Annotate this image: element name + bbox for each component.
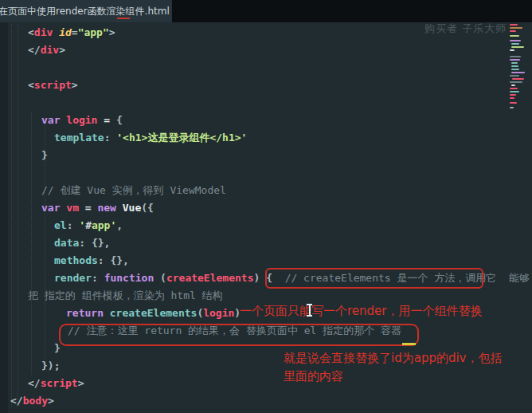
minimap-bar xyxy=(511,46,524,48)
code-token: login xyxy=(203,307,234,319)
minimap-bar xyxy=(511,72,525,73)
code-token: # xyxy=(85,219,92,231)
code-token: '<h1>这是登录组件</h1>' xyxy=(116,132,247,144)
code-line xyxy=(0,59,510,77)
code-line: <script> xyxy=(0,77,510,94)
code-token: methods xyxy=(54,254,98,266)
code-token xyxy=(79,202,85,214)
code-token xyxy=(110,114,116,126)
code-token: > xyxy=(78,377,84,389)
minimap-bar xyxy=(510,49,514,51)
tab-bar: 在页面中使用render函数渲染组件.html × xyxy=(0,0,532,22)
tab-file[interactable]: 在页面中使用render函数渲染组件.html × xyxy=(0,0,172,22)
code-token: createElements xyxy=(110,307,198,319)
minimap-bar xyxy=(510,35,519,37)
code-token: , xyxy=(116,219,123,231)
code-token: ( xyxy=(160,272,166,284)
code-token xyxy=(154,272,160,284)
minimap-bar xyxy=(510,91,519,92)
annotation-box-return-comment xyxy=(59,324,419,346)
code-token: } xyxy=(41,149,48,161)
code-line: </div> xyxy=(0,41,510,59)
yellow-highlight-mark xyxy=(402,343,416,345)
minimap-bar xyxy=(510,107,514,108)
minimap-bar xyxy=(511,85,515,86)
minimap-bar xyxy=(511,43,519,45)
code-token: id xyxy=(59,26,72,38)
code-line: template: '<h1>这是登录组件</h1>' xyxy=(0,129,510,147)
code-token: = xyxy=(72,26,78,38)
text-cursor-icon xyxy=(306,304,313,317)
code-token: < xyxy=(28,26,34,38)
code-token: : xyxy=(79,237,85,249)
code-token: // 创建 Vue 实例，得到 ViewModel xyxy=(41,184,226,196)
annotation-note-inner-content: 里面的内容 xyxy=(284,369,343,384)
annotation-note-render: 一个页面只能写一个render，用一个组件替换 xyxy=(240,304,483,319)
code-token xyxy=(85,237,92,249)
code-token: }); xyxy=(41,360,60,372)
code-token: div xyxy=(41,44,59,56)
code-token: script xyxy=(34,79,72,91)
code-token: < xyxy=(28,79,34,91)
minimap-bar xyxy=(510,30,516,32)
minimap-bar xyxy=(510,40,521,41)
code-line: data: {}, xyxy=(0,234,510,252)
code-token: {}, xyxy=(110,254,128,266)
code-token: login xyxy=(66,114,97,126)
code-token: { xyxy=(116,114,123,126)
code-token: </ xyxy=(10,395,23,407)
code-line: <div id="app"> xyxy=(0,24,510,41)
code-token: 能够 xyxy=(496,272,530,284)
code-token: var xyxy=(41,114,60,126)
code-token: 把 指定的 组件模板，渲染为 html 结构 xyxy=(28,289,223,301)
code-line: </body> xyxy=(0,392,510,410)
annotation-note-replace-div: 就是说会直接替换了id为app的div，包括 xyxy=(284,351,503,366)
minimap-bar xyxy=(511,62,518,64)
minimap-bar xyxy=(510,88,518,89)
code-line xyxy=(0,164,510,182)
code-token: Vue xyxy=(123,202,141,214)
code-token: return xyxy=(66,307,104,319)
code-token xyxy=(116,202,123,214)
code-token: el xyxy=(54,219,67,231)
code-token: div xyxy=(34,26,53,38)
tab-title: 在页面中使用render函数渲染组件.html xyxy=(0,5,170,18)
code-token: body xyxy=(23,395,48,407)
code-token xyxy=(104,307,110,319)
code-line: var vm = new Vue({ xyxy=(0,199,510,217)
code-token: > xyxy=(59,44,65,56)
code-token: : xyxy=(92,272,98,284)
code-token: > xyxy=(109,26,115,38)
code-token: createElements xyxy=(166,272,254,284)
code-token: render xyxy=(54,272,92,284)
code-token xyxy=(98,272,104,284)
minimap[interactable] xyxy=(510,22,532,182)
code-line: // 创建 Vue 实例，得到 ViewModel xyxy=(0,182,510,199)
minimap-bar xyxy=(510,75,519,77)
minimap-bar xyxy=(510,97,514,99)
code-token: {}, xyxy=(92,237,110,249)
code-line: el: '#app', xyxy=(0,217,510,234)
annotation-box-render-comment xyxy=(265,268,483,289)
code-token xyxy=(53,26,59,38)
minimap-bar xyxy=(510,102,517,104)
code-token: : xyxy=(98,254,104,266)
minimap-bar xyxy=(510,59,520,61)
code-token: ({ xyxy=(141,202,154,214)
code-token: "app" xyxy=(78,26,109,38)
code-line: methods: {}, xyxy=(0,252,510,269)
minimap-bar xyxy=(510,94,516,96)
code-token: > xyxy=(48,395,54,407)
code-line: } xyxy=(0,147,510,164)
code-line xyxy=(0,94,510,112)
code-token: var xyxy=(41,202,60,214)
code-token: </ xyxy=(28,44,41,56)
code-line: 把 指定的 组件模板，渲染为 html 结构 xyxy=(0,287,510,305)
code-token: vm xyxy=(66,202,79,214)
code-token: function xyxy=(104,272,155,284)
code-token: } xyxy=(54,342,61,354)
code-token: = xyxy=(104,114,110,126)
minimap-bar xyxy=(510,24,518,26)
minimap-bar xyxy=(510,27,522,29)
code-token: > xyxy=(72,79,78,91)
